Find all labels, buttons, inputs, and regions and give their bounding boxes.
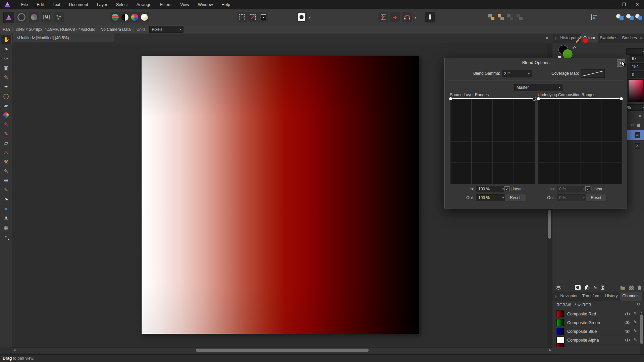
assistant-caret-icon[interactable]: ▾: [309, 16, 311, 19]
tab-swatches[interactable]: Swatches: [598, 34, 620, 43]
source-reset-button[interactable]: Reset: [504, 194, 526, 201]
liquify-persona-button[interactable]: [16, 12, 26, 22]
vertical-scrollbar-thumb[interactable]: [548, 210, 551, 239]
auto-levels-button[interactable]: [110, 12, 120, 22]
menu-select[interactable]: Select: [112, 0, 132, 9]
move-to-front-button[interactable]: [487, 12, 496, 22]
visibility-eye-icon[interactable]: [625, 321, 630, 325]
close-document-icon[interactable]: ✕: [544, 35, 550, 41]
menu-help[interactable]: Help: [217, 0, 235, 9]
menu-text[interactable]: Text: [48, 0, 65, 9]
minimize-button[interactable]: –: [604, 0, 617, 9]
units-dropdown[interactable]: Pixels ▾: [149, 26, 183, 33]
underlying-ranges-graph[interactable]: [538, 98, 622, 184]
subtract-selection-mode-button[interactable]: [248, 12, 258, 22]
tool-flood-select[interactable]: ✦: [1, 82, 11, 91]
tool-clone-stamp[interactable]: ⚒: [1, 157, 11, 166]
tool-gradient[interactable]: [1, 110, 11, 119]
opacity-dropdown[interactable]: % ▾: [625, 104, 644, 111]
tool-colour-picker[interactable]: ✑: [1, 54, 11, 63]
horizontal-scrollbar[interactable]: ◀ ▶: [12, 347, 553, 353]
visibility-eye-icon[interactable]: [625, 329, 630, 334]
restore-button[interactable]: ❐: [617, 0, 631, 9]
tool-colour-replacement-brush[interactable]: ✎: [1, 129, 11, 138]
channel-row[interactable]: Composite Green✎: [553, 318, 644, 327]
colour-picker-icon[interactable]: [575, 36, 582, 43]
channels-scrollbar-thumb[interactable]: [640, 314, 643, 344]
canvas[interactable]: [141, 56, 419, 334]
source-out-dropdown[interactable]: 100 % ▾: [476, 194, 506, 201]
new-layer-icon[interactable]: [629, 286, 634, 290]
blend-gamma-dropdown[interactable]: 2.2 ▾: [502, 70, 532, 77]
tool-flood-fill[interactable]: ▰: [1, 101, 11, 110]
channel-row-partial[interactable]: [556, 343, 565, 347]
tool-dodge-burn[interactable]: ♨: [1, 148, 11, 157]
editable-pencil-icon[interactable]: ✎: [634, 311, 637, 316]
alignment-button[interactable]: [590, 12, 599, 22]
tool-shape[interactable]: ●: [1, 204, 11, 213]
channel-row[interactable]: Composite Blue✎: [553, 327, 644, 336]
tool-freehand-selection[interactable]: ◯: [1, 92, 11, 101]
boolean-add-button[interactable]: [615, 12, 625, 22]
source-curve-node-right[interactable]: [532, 97, 536, 101]
menu-view[interactable]: View: [176, 0, 194, 9]
panel-grip-icon[interactable]: ‖: [555, 294, 557, 298]
tab-history[interactable]: History: [603, 292, 620, 301]
lock-icon[interactable]: [637, 124, 640, 127]
underlying-curve-node-left[interactable]: [537, 97, 540, 101]
tab-brushes[interactable]: Brushes: [620, 34, 639, 43]
underlying-in-dropdown[interactable]: 0 % ▾: [557, 186, 587, 192]
layers-menu-icon[interactable]: ≡: [639, 114, 641, 119]
scroll-right-icon[interactable]: ▶: [549, 349, 551, 352]
scroll-left-icon[interactable]: ◀: [13, 349, 15, 352]
editable-pencil-icon[interactable]: ✎: [634, 337, 637, 342]
tool-zoom[interactable]: ○: [1, 232, 11, 241]
move-to-back-button[interactable]: [515, 12, 524, 22]
menu-layer[interactable]: Layer: [93, 0, 112, 9]
underlying-curve-node-right[interactable]: [620, 97, 623, 101]
menu-edit[interactable]: Edit: [32, 0, 48, 9]
colour-value-field-3[interactable]: 0: [630, 71, 644, 78]
horizontal-scrollbar-thumb[interactable]: [196, 349, 369, 352]
channel-selector-dropdown[interactable]: Master ▾: [514, 84, 562, 91]
tool-selection-brush[interactable]: ✎: [1, 73, 11, 82]
menu-filters[interactable]: Filters: [156, 0, 176, 9]
menu-arrange[interactable]: Arrange: [132, 0, 156, 9]
underlying-reset-button[interactable]: Reset: [585, 194, 607, 201]
intersect-selection-mode-button[interactable]: ◄: [258, 12, 268, 22]
move-forward-button[interactable]: [496, 12, 505, 22]
snapping-button[interactable]: [402, 12, 412, 22]
colour-gradient-swatch[interactable]: [628, 79, 644, 102]
move-backward-button[interactable]: [506, 12, 515, 22]
preferences-assistant-button[interactable]: [425, 12, 435, 22]
assistant-button[interactable]: [297, 12, 307, 22]
snapping-caret-icon[interactable]: ▾: [415, 16, 416, 19]
tool-move[interactable]: ➤: [1, 45, 11, 54]
channel-row[interactable]: Composite Alpha✎: [553, 336, 644, 345]
export-persona-button[interactable]: [54, 12, 64, 22]
tab-navigator[interactable]: Navigator: [558, 292, 580, 301]
auto-colour-button[interactable]: [129, 12, 140, 22]
auto-contrast-button[interactable]: [120, 12, 130, 22]
source-in-dropdown[interactable]: 100 % ▾: [476, 186, 506, 192]
group-folder-icon[interactable]: [620, 286, 626, 290]
layer-visibility-checkbox[interactable]: ✓: [635, 143, 640, 148]
force-pixel-alignment-button[interactable]: ➜: [390, 12, 400, 22]
tool-view[interactable]: ✋: [1, 35, 12, 44]
visibility-eye-icon[interactable]: [625, 338, 630, 343]
tool-erase-brush[interactable]: ▱: [1, 138, 11, 147]
colour-value-field-1[interactable]: 67: [630, 55, 644, 62]
tool-paint-brush[interactable]: ✎: [1, 120, 11, 129]
tab-transform[interactable]: Transform: [580, 292, 603, 301]
close-window-button[interactable]: ✕: [631, 0, 644, 9]
panel-grip-icon[interactable]: ‖: [555, 36, 557, 40]
auto-white-balance-button[interactable]: [139, 12, 149, 22]
tool-text[interactable]: A: [1, 214, 11, 223]
develop-persona-button[interactable]: [29, 12, 39, 22]
show-grid-button[interactable]: [378, 12, 388, 22]
tool-blur[interactable]: ❋: [1, 176, 11, 185]
underlying-linear-checkbox[interactable]: ✓: [585, 186, 590, 191]
editable-pencil-icon[interactable]: ✎: [634, 328, 637, 333]
adjustment-layer-icon[interactable]: [584, 284, 590, 291]
source-curve-node-left[interactable]: [449, 97, 452, 101]
